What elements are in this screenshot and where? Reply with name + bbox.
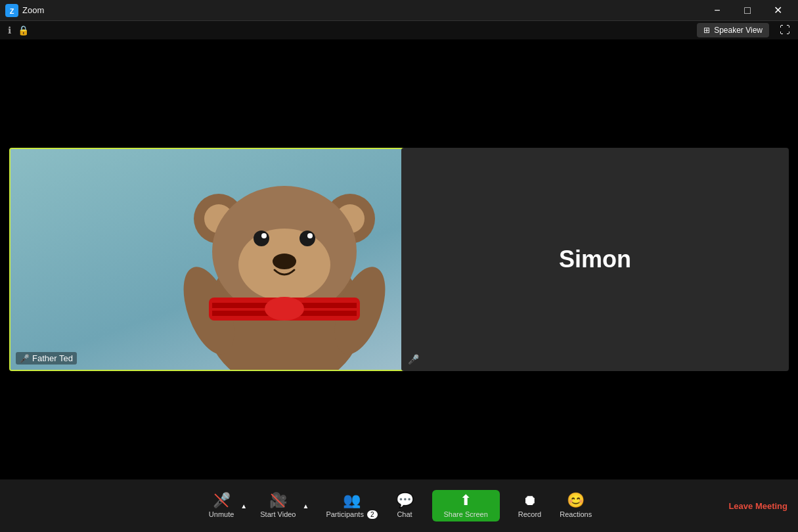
father-ted-mute-icon: 🎤 [20, 354, 30, 363]
info-bar: ℹ 🔒 ⊞ Speaker View ⛶ [0, 21, 798, 39]
share-screen-label: Share Screen [444, 510, 488, 518]
reactions-icon: 😊 [567, 493, 585, 508]
speaker-view-button[interactable]: ⊞ Speaker View [697, 23, 769, 37]
lock-icon: 🔒 [18, 25, 29, 35]
title-left: Z Zoom [5, 4, 44, 17]
svg-point-19 [265, 297, 304, 321]
minimize-button[interactable]: − [702, 0, 732, 21]
participants-label: Participants 2 [326, 510, 377, 518]
close-button[interactable]: ✕ [763, 0, 793, 21]
svg-point-12 [307, 233, 313, 238]
teddy-video-background [11, 149, 409, 370]
svg-text:Z: Z [10, 7, 14, 15]
mute-icon: 🎤 [213, 493, 231, 508]
zoom-logo-icon: Z [5, 4, 18, 17]
video-icon: 🎥 [269, 493, 287, 508]
teddy-bear-image [160, 160, 409, 370]
chat-button[interactable]: 💬 Chat [387, 479, 423, 532]
speaker-view-label: Speaker View [714, 26, 763, 35]
share-screen-button[interactable]: ⬆ Share Screen [432, 490, 500, 521]
fullscreen-button[interactable]: ⛶ [780, 24, 790, 36]
svg-point-11 [299, 231, 315, 246]
share-screen-wrapper: ⬆ Share Screen [423, 479, 509, 532]
leave-meeting-button[interactable]: Leave Meeting [728, 501, 787, 511]
chevron-up-icon-video: ▲ [303, 502, 309, 510]
participants-icon: 👥 [343, 493, 361, 508]
maximize-button[interactable]: □ [732, 0, 763, 21]
window-controls: − □ ✕ [702, 0, 793, 21]
participants-button[interactable]: 👥 Participants 2 [317, 479, 386, 532]
main-video-area: 🎤 Father Ted Simon 🎤 [0, 39, 798, 479]
unmute-button[interactable]: 🎤 Unmute [197, 479, 241, 532]
simon-mute-icon: 🎤 [408, 354, 419, 365]
father-ted-name: Father Ted [32, 353, 73, 363]
unmute-chevron-button[interactable]: ▲ [240, 479, 252, 532]
start-video-label: Start Video [260, 510, 296, 518]
toolbar: 🎤 Unmute ▲ 🎥 Start Video ▲ 👥 Participant… [0, 479, 798, 532]
start-video-button[interactable]: 🎥 Start Video [252, 479, 302, 532]
title-bar: Z Zoom − □ ✕ [0, 0, 798, 21]
unmute-group: 🎤 Unmute ▲ [197, 479, 252, 532]
simon-video-panel: Simon 🎤 [401, 148, 789, 371]
svg-point-13 [273, 254, 296, 269]
father-ted-label: 🎤 Father Ted [16, 352, 77, 365]
chevron-up-icon: ▲ [240, 502, 247, 510]
svg-point-9 [254, 231, 269, 246]
reactions-button[interactable]: 😊 Reactions [550, 479, 601, 532]
record-button[interactable]: ⏺ Record [509, 479, 550, 532]
chat-icon: 💬 [396, 493, 414, 508]
video-chevron-button[interactable]: ▲ [303, 479, 317, 532]
svg-point-10 [261, 233, 267, 238]
speaker-view-icon: ⊞ [703, 26, 710, 35]
start-video-group: 🎥 Start Video ▲ [252, 479, 317, 532]
father-ted-video-panel: 🎤 Father Ted [9, 148, 410, 371]
simon-name: Simon [559, 246, 631, 273]
info-icon: ℹ [8, 25, 11, 35]
unmute-label: Unmute [209, 510, 234, 518]
window-title: Zoom [22, 5, 44, 15]
share-screen-icon: ⬆ [460, 493, 472, 508]
record-icon: ⏺ [523, 493, 537, 508]
chat-label: Chat [397, 510, 412, 518]
participants-badge: 2 [367, 510, 378, 519]
record-label: Record [518, 510, 541, 518]
reactions-label: Reactions [560, 510, 592, 518]
video-row: 🎤 Father Ted Simon 🎤 [0, 39, 798, 479]
